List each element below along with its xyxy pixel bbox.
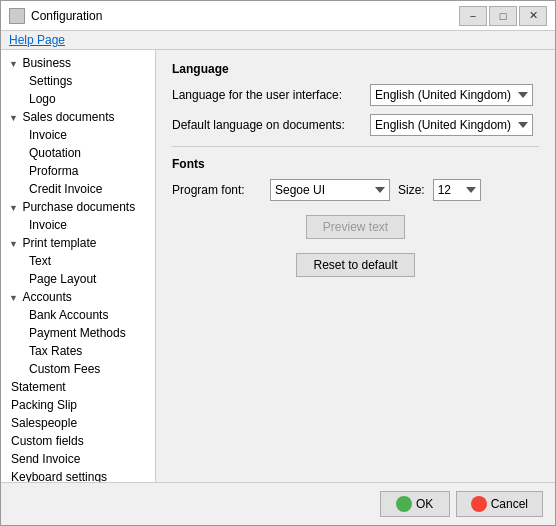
sidebar-item-bank-accounts[interactable]: Bank Accounts [1,306,155,324]
sidebar-item-custom-fields[interactable]: Custom fields [1,432,155,450]
sidebar-label-custom-fees: Custom Fees [29,362,100,376]
language-section-title: Language [172,62,539,76]
window-title: Configuration [31,9,459,23]
arrow-icon-sales-documents: ▼ [9,113,20,123]
sidebar-item-print-template[interactable]: ▼ Print template [1,234,155,252]
cancel-icon [471,496,487,512]
sidebar-label-purchase-invoice: Invoice [29,218,67,232]
fonts-section-title: Fonts [172,157,539,171]
arrow-icon-business: ▼ [9,59,20,69]
fonts-row: Program font: Segoe UI Arial Times New R… [172,179,539,201]
main-window: Configuration − □ ✕ Help Page ▼ Business… [0,0,556,526]
sidebar-item-sales-documents[interactable]: ▼ Sales documents [1,108,155,126]
preview-text-button[interactable]: Preview text [306,215,405,239]
sidebar-label-logo: Logo [29,92,56,106]
sidebar-label-packing-slip: Packing Slip [11,398,77,412]
reset-to-default-button[interactable]: Reset to default [296,253,414,277]
sidebar: ▼ BusinessSettingsLogo▼ Sales documentsI… [1,50,156,482]
title-bar: Configuration − □ ✕ [1,1,555,31]
arrow-icon-print-template: ▼ [9,239,20,249]
sidebar-item-invoice[interactable]: Invoice [1,126,155,144]
sidebar-item-purchase-documents[interactable]: ▼ Purchase documents [1,198,155,216]
sidebar-item-tax-rates[interactable]: Tax Rates [1,342,155,360]
sidebar-label-keyboard-settings: Keyboard settings [11,470,107,482]
sidebar-item-quotation[interactable]: Quotation [1,144,155,162]
sidebar-label-bank-accounts: Bank Accounts [29,308,108,322]
sidebar-item-payment-methods[interactable]: Payment Methods [1,324,155,342]
help-page-menu[interactable]: Help Page [9,33,65,47]
sidebar-item-packing-slip[interactable]: Packing Slip [1,396,155,414]
program-font-label: Program font: [172,183,262,197]
sidebar-label-statement: Statement [11,380,66,394]
sidebar-item-purchase-invoice[interactable]: Invoice [1,216,155,234]
doc-language-label: Default language on documents: [172,118,362,132]
sidebar-item-page-layout[interactable]: Page Layout [1,270,155,288]
cancel-button[interactable]: Cancel [456,491,543,517]
footer: OK Cancel [1,482,555,525]
section-divider [172,146,539,147]
menu-bar: Help Page [1,31,555,50]
sidebar-item-settings[interactable]: Settings [1,72,155,90]
sidebar-label-salespeople: Salespeople [11,416,77,430]
sidebar-item-statement[interactable]: Statement [1,378,155,396]
sidebar-label-invoice: Invoice [29,128,67,142]
content-area: ▼ BusinessSettingsLogo▼ Sales documentsI… [1,50,555,482]
sidebar-label-text: Text [29,254,51,268]
sidebar-label-print-template: Print template [22,236,96,250]
sidebar-item-accounts[interactable]: ▼ Accounts [1,288,155,306]
cancel-label: Cancel [491,497,528,511]
sidebar-label-quotation: Quotation [29,146,81,160]
doc-language-row: Default language on documents: English (… [172,114,539,136]
sidebar-item-custom-fees[interactable]: Custom Fees [1,360,155,378]
ui-language-row: Language for the user interface: English… [172,84,539,106]
sidebar-item-salespeople[interactable]: Salespeople [1,414,155,432]
doc-language-select[interactable]: English (United Kingdom) English (United… [370,114,533,136]
ok-label: OK [416,497,433,511]
minimize-button[interactable]: − [459,6,487,26]
sidebar-item-logo[interactable]: Logo [1,90,155,108]
ui-language-select[interactable]: English (United Kingdom) English (United… [370,84,533,106]
sidebar-label-page-layout: Page Layout [29,272,96,286]
sidebar-item-business[interactable]: ▼ Business [1,54,155,72]
sidebar-label-payment-methods: Payment Methods [29,326,126,340]
sidebar-item-keyboard-settings[interactable]: Keyboard settings [1,468,155,482]
sidebar-item-send-invoice[interactable]: Send Invoice [1,450,155,468]
main-panel: Language Language for the user interface… [156,50,555,482]
size-select[interactable]: 8 9 10 11 12 14 16 [433,179,481,201]
sidebar-label-custom-fields: Custom fields [11,434,84,448]
ui-language-label: Language for the user interface: [172,88,362,102]
sidebar-label-accounts: Accounts [22,290,71,304]
title-bar-buttons: − □ ✕ [459,6,547,26]
app-icon [9,8,25,24]
ok-icon [396,496,412,512]
sidebar-item-text[interactable]: Text [1,252,155,270]
sidebar-label-credit-invoice: Credit Invoice [29,182,102,196]
arrow-icon-accounts: ▼ [9,293,20,303]
sidebar-label-tax-rates: Tax Rates [29,344,82,358]
maximize-button[interactable]: □ [489,6,517,26]
arrow-icon-purchase-documents: ▼ [9,203,20,213]
size-label: Size: [398,183,425,197]
font-select[interactable]: Segoe UI Arial Times New Roman Calibri [270,179,390,201]
sidebar-label-proforma: Proforma [29,164,78,178]
ok-button[interactable]: OK [380,491,450,517]
sidebar-label-settings: Settings [29,74,72,88]
sidebar-item-proforma[interactable]: Proforma [1,162,155,180]
sidebar-label-sales-documents: Sales documents [22,110,114,124]
close-button[interactable]: ✕ [519,6,547,26]
sidebar-label-send-invoice: Send Invoice [11,452,80,466]
sidebar-label-business: Business [22,56,71,70]
sidebar-item-credit-invoice[interactable]: Credit Invoice [1,180,155,198]
sidebar-label-purchase-documents: Purchase documents [22,200,135,214]
